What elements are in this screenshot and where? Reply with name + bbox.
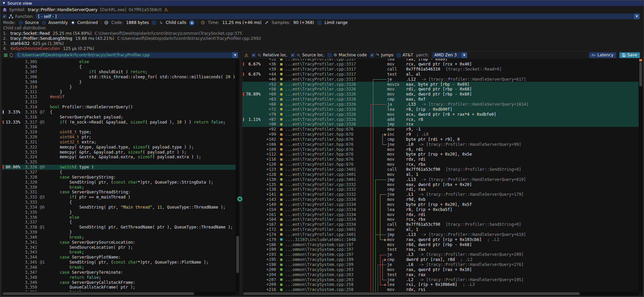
- source-line[interactable]: 3,340 break;: [2, 235, 236, 240]
- chevron-down-icon[interactable]: ▼: [232, 52, 238, 58]
- source-line[interactable]: 3,310 }: [2, 84, 236, 89]
- asm-instruction[interactable]: 6.67%+44...ent\TracyProfiler.cpp:3317tes…: [242, 72, 639, 77]
- asm-instruction[interactable]: +39...ent\TracyProfiler.cpp:3317call0x7f…: [242, 67, 639, 72]
- source-line[interactable]: 3,335 }: [2, 210, 236, 215]
- asm-instruction[interactable]: +174...ent\TracyProfiler.cpp:3401jmp.L13…: [242, 232, 639, 237]
- source-line[interactable]: 3,321 uint32_t extra;: [2, 140, 236, 145]
- asm-instruction[interactable]: +99...ent\TracyProfiler.hpp:676incr9; .L…: [242, 132, 639, 137]
- source-line[interactable]: 3,322 memcpy( &type, &payload.type, size…: [2, 144, 236, 150]
- asm-instruction[interactable]: +190...ommon\TracySystem.cpp:197testrax,…: [242, 247, 639, 252]
- asm-instruction[interactable]: +79...ent\TracyProfiler.cpp:3326movecx, …: [242, 112, 639, 117]
- source-line[interactable]: 3,313: [2, 100, 236, 105]
- child-calls-checkbox[interactable]: ✓: [152, 21, 156, 25]
- source-line[interactable]: 3,349 case ServerQueryCallstackFrame:: [2, 280, 236, 285]
- limit-range-checkbox[interactable]: ✓: [317, 21, 322, 25]
- source-line[interactable]: 3,345@1 SendString( ptr, (const char*)pt…: [2, 260, 236, 265]
- source-vertical-scrollbar[interactable]: [236, 59, 240, 292]
- asm-instruction[interactable]: +135...ent\TracyProfiler.cpp:3332moveax,…: [242, 182, 639, 187]
- source-line[interactable]: 3,331 case ServerQueryThreadString:: [2, 190, 236, 195]
- machine-code-toggle[interactable]: ✓ ⚙ Machine code: [327, 53, 367, 57]
- asm-instruction[interactable]: +120...ent\TracyProfiler.hpp:676movrcx, …: [242, 162, 639, 167]
- asm-instruction[interactable]: +116...ent\TracyProfiler.hpp:676movrdx, …: [242, 157, 639, 162]
- source-line[interactable]: 3,328 case ServerQueryString:: [2, 174, 236, 180]
- source-line[interactable]: 3,329 SendString( ptr, (const char*)ptr,…: [2, 180, 236, 185]
- asm-instruction[interactable]: +109...ent\TracyProfiler.hpp:676movr8, r…: [242, 147, 639, 152]
- asm-instruction[interactable]: +66...ent\TracyProfiler.cpp:3326ja.L33->…: [242, 102, 639, 107]
- source-line[interactable]: 3,312#endif: [2, 94, 236, 100]
- asm-instruction[interactable]: +123...ent\TracyProfiler.cpp:3401call0x7…: [242, 167, 639, 172]
- asm-instruction[interactable]: +164...ent\TracyProfiler.cpp:3334movrcx,…: [242, 217, 639, 222]
- att-checkbox[interactable]: ✓: [397, 53, 401, 57]
- asm-instruction[interactable]: +141...ent\TracyProfiler.cpp:3332jne.L1-…: [242, 192, 639, 197]
- chevron-down-icon[interactable]: ▼: [461, 52, 467, 58]
- relative-loc-toggle[interactable]: ✓ Relative loc.: [251, 53, 288, 57]
- mode-combined-radio[interactable]: Combined: [71, 20, 98, 25]
- source-line[interactable]: 3,318: [2, 125, 236, 130]
- source-line[interactable]: 3,346 break;: [2, 265, 236, 270]
- asm-instruction[interactable]: +200...ommon\TracySystem.cpp:203movrax, …: [242, 267, 639, 272]
- asm-instruction[interactable]: +193...ommon\TracySystem.cpp:197je.L3-> …: [242, 252, 639, 257]
- asm-instruction[interactable]: +56...ent\TracyProfiler.cpp:3326movrdi, …: [242, 87, 639, 92]
- asm-instruction[interactable]: +143...ent\TracyProfiler.cpp:3334movr9d,…: [242, 197, 639, 202]
- source-line[interactable]: 3,324 memcpy( &extra, &payload.extra, si…: [2, 155, 236, 160]
- source-line[interactable]: 3,343 break;: [2, 250, 236, 255]
- source-line[interactable]: 3,316 ServerQueryPacket payload;: [2, 114, 236, 119]
- source-line[interactable]: 3,325: [2, 160, 236, 165]
- asm-instruction[interactable]: +179....31103\include\atomic:1048movrax,…: [242, 237, 639, 242]
- asm-instruction[interactable]: +149...ent\TracyProfiler.cpp:3334movbyte…: [242, 202, 639, 207]
- asm-instruction[interactable]: 78.89%+60...ent\TracyProfiler.cpp:3326mo…: [242, 92, 639, 97]
- function-checkbox[interactable]: ✓: [2, 14, 7, 19]
- child-call-item[interactable]: 1.tracy::Socket::Read25.25 ms (54.89%)C:…: [0, 31, 644, 36]
- mode-assembly-radio[interactable]: Assembly: [42, 20, 68, 25]
- asm-instruction[interactable]: +31...ent\TracyProfiler.cpp:3317learax, …: [242, 59, 639, 62]
- source-line[interactable]: 3,344 case ServerQueryPlotName:: [2, 255, 236, 260]
- source-line[interactable]: 3,339 }: [2, 230, 236, 235]
- source-loc-toggle[interactable]: ✓ Source loc.: [291, 53, 324, 57]
- source-line[interactable]: 3,334@6 SendString( ptr, "Main thread", …: [2, 205, 236, 210]
- uarch-select[interactable]: AMD Zen 3 ▼: [432, 52, 467, 58]
- propagate-up-button[interactable]: ▲: [189, 20, 194, 25]
- asm-instruction[interactable]: 6.67%+36...ent\TracyProfiler.cpp:3317mov…: [242, 62, 639, 67]
- child-call-item[interactable]: 3.stat64i32625 μs (1.36%): [0, 41, 644, 46]
- asm-instruction[interactable]: +130...ent\TracyProfiler.cpp:3401jmp.L13…: [242, 177, 639, 182]
- source-line[interactable]: 3,311 }: [2, 89, 236, 94]
- save-button[interactable]: Save: [619, 52, 640, 58]
- latency-button[interactable]: Latency: [589, 52, 616, 58]
- source-line[interactable]: 3,333 {: [2, 200, 236, 205]
- source-line[interactable]: 3,348 return false;: [2, 275, 236, 280]
- source-line[interactable]: 3,338@1 SendString( ptr, GetThreadName( …: [2, 225, 236, 230]
- source-line[interactable]: 3,332@3 if( ptr == m_mainThread ): [2, 195, 236, 200]
- asm-instruction[interactable]: +52...ent\TracyProfiler.cpp:3326movzxeax…: [242, 82, 639, 87]
- asm-instruction[interactable]: +167...ent\TracyProfiler.cpp:3334call0x7…: [242, 222, 639, 227]
- child-call-item[interactable]: 4.KeSynchronizeExecution125 μs (0.27%): [0, 46, 644, 51]
- asm-instruction[interactable]: +72...ent\TracyProfiler.cpp:3326lear8, […: [242, 107, 639, 112]
- source-line[interactable]: 3,342 SendSourceLocation( ptr );: [2, 245, 236, 250]
- asm-instruction[interactable]: 1.11%+87...ent\TracyProfiler.cpp:3326add…: [242, 117, 639, 122]
- asm-instruction[interactable]: +195...ommon\TracySystem.cpp:199cmpdword…: [242, 257, 639, 262]
- source-line[interactable]: 3,327 {: [2, 170, 236, 175]
- source-line[interactable]: 3,305 else: [2, 59, 236, 64]
- asm-instruction[interactable]: +128...ent\TracyProfiler.cpp:3401moval, …: [242, 172, 639, 177]
- asm-instruction[interactable]: +207...ommon\TracySystem.cpp:203jne.L2->…: [242, 277, 639, 282]
- file-select[interactable]: C:\Users\wolf\Desktop\darkrl\contrib\tra…: [15, 52, 238, 58]
- asm-instruction[interactable]: +112...ent\TracyProfiler.hpp:676movbyte …: [242, 152, 639, 157]
- asm-instruction[interactable]: +106...ent\TracyProfiler.hpp:676jne.L0->…: [242, 142, 639, 147]
- source-line[interactable]: 3,347 case ServerQueryTerminate:: [2, 270, 236, 275]
- source-line[interactable]: 3.33%3,315@7{: [2, 109, 236, 114]
- source-line[interactable]: 3,306 {: [2, 64, 236, 70]
- asm-instruction[interactable]: +209...ommon\TracySystem.cpp:258learsi, …: [242, 282, 639, 287]
- source-line[interactable]: 80.00%3,326@9 switch( type ): [2, 165, 236, 170]
- title-bar[interactable]: ▼ Source view: [0, 0, 644, 6]
- att-syntax-toggle[interactable]: ✓ AT&T: [397, 53, 413, 57]
- assembly-horizontal-scrollbar[interactable]: [242, 292, 639, 296]
- source-line[interactable]: 3,337 {: [2, 220, 236, 225]
- source-line[interactable]: 3,319 uint8_t type;: [2, 130, 236, 135]
- mode-source-radio[interactable]: Source: [19, 20, 39, 25]
- source-loc-checkbox[interactable]: ✓: [291, 53, 295, 57]
- asm-instruction[interactable]: +90...ent\TracyProfiler.cpp:3326jmprcx: [242, 122, 639, 127]
- asm-instruction[interactable]: +102...ent\TracyProfiler.hpp:676cmpbyte …: [242, 137, 639, 142]
- chevron-down-icon[interactable]: ▼: [634, 14, 640, 19]
- source-line[interactable]: 3,314bool Profiler::HandleServerQuery(): [2, 105, 236, 110]
- asm-instruction[interactable]: +186...ommon\TracySystem.cpp:197movr8d, …: [242, 242, 639, 247]
- collapse-arrow-icon[interactable]: ▼: [3, 2, 5, 5]
